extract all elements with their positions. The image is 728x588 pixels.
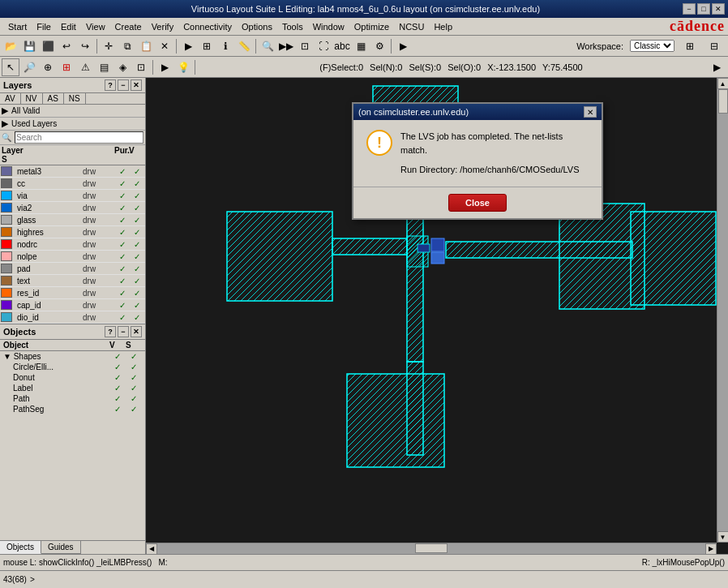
tb-paste-btn[interactable]: 📋 <box>137 37 155 55</box>
tb2-light-btn[interactable]: 💡 <box>174 58 192 76</box>
obj-row[interactable]: Path ✓ ✓ <box>0 393 145 404</box>
tb2-more-btn[interactable]: ▶ <box>156 58 173 76</box>
menu-file[interactable]: File <box>32 20 56 33</box>
cmd-input[interactable] <box>38 575 725 584</box>
tb2-snap-btn[interactable]: ⊕ <box>39 58 57 76</box>
tb2-ruler2-btn[interactable]: ⊡ <box>132 58 150 76</box>
close-button[interactable]: Close <box>448 194 507 212</box>
tb-fit-btn[interactable]: ⊡ <box>296 37 314 55</box>
layer-name: highres <box>15 228 83 237</box>
layer-row[interactable]: cc drw ✓ ✓ <box>0 178 145 190</box>
menu-create[interactable]: Create <box>110 20 147 33</box>
objects-close-btn[interactable]: ✕ <box>131 326 142 337</box>
tb-layer-btn[interactable]: ▦ <box>352 37 370 55</box>
obj-row[interactable]: PathSeg ✓ ✓ <box>0 404 145 414</box>
obj-row[interactable]: Donut ✓ ✓ <box>0 372 145 383</box>
tab-guides[interactable]: Guides <box>41 541 81 554</box>
menu-edit[interactable]: Edit <box>56 20 81 33</box>
modal-title-close-btn[interactable]: ✕ <box>584 106 597 118</box>
workspace-select[interactable]: Classic <box>630 40 674 52</box>
layer-row[interactable]: nodrc drw ✓ ✓ <box>0 238 145 251</box>
layer-row[interactable]: cap_id drw ✓ ✓ <box>0 299 145 311</box>
menu-view[interactable]: View <box>81 20 110 33</box>
tb-ruler-btn[interactable]: 📏 <box>235 37 253 55</box>
layer-row[interactable]: pad drw ✓ ✓ <box>0 263 145 275</box>
objects-min-btn[interactable]: − <box>118 326 129 337</box>
layer-row[interactable]: metal3 drw ✓ ✓ <box>0 165 145 178</box>
layer-name: dio_id <box>15 313 83 322</box>
tb2-grid-btn[interactable]: ⊞ <box>58 58 75 76</box>
tb-cell-btn[interactable]: ⊞ <box>198 37 216 55</box>
objects-help-btn[interactable]: ? <box>105 326 116 337</box>
tb2-layer-btn[interactable]: ▤ <box>95 58 113 76</box>
menu-window[interactable]: Window <box>308 20 349 33</box>
layers-help-btn[interactable]: ? <box>105 79 116 91</box>
tb-ws-btn1[interactable]: ⊞ <box>681 37 699 55</box>
menu-start[interactable]: Start <box>3 20 32 33</box>
tb2-warn-btn[interactable]: ⚠ <box>76 58 94 76</box>
layer-row[interactable]: glass drw ✓ ✓ <box>0 214 145 226</box>
tb-abc-btn[interactable]: abc <box>333 37 351 55</box>
layer-row[interactable]: via2 drw ✓ ✓ <box>0 202 145 214</box>
tb-btn3[interactable]: ⬛ <box>39 37 57 55</box>
layer-row[interactable]: text drw ✓ ✓ <box>0 275 145 287</box>
tb-more-btn[interactable]: ▶ <box>179 37 197 55</box>
layer-tab-as[interactable]: AS <box>43 93 64 104</box>
layer-row[interactable]: via drw ✓ ✓ <box>0 190 145 202</box>
layer-row[interactable]: res_id drw ✓ ✓ <box>0 287 145 299</box>
tb-undo-btn[interactable]: ↩ <box>58 37 75 55</box>
layer-row[interactable]: nolpe drw ✓ ✓ <box>0 251 145 263</box>
menu-verify[interactable]: Verify <box>147 20 179 33</box>
obj-row[interactable]: Label ✓ ✓ <box>0 383 145 393</box>
tb-props-btn[interactable]: ⚙ <box>370 37 388 55</box>
obj-item-name: ▼ Shapes <box>3 352 109 361</box>
tb-delete-btn[interactable]: ✕ <box>156 37 173 55</box>
search-input[interactable] <box>15 131 143 144</box>
tb2-snap2-btn[interactable]: ◈ <box>113 58 131 76</box>
tb-more2-btn[interactable]: ▶ <box>394 37 412 55</box>
cmd-bar: 43(68) > <box>0 570 728 588</box>
tb-ws-btn2[interactable]: ⊟ <box>705 37 723 55</box>
layer-row[interactable]: dio_id drw ✓ ✓ <box>0 311 145 324</box>
modal-dialog: (on csimcluster.ee.unlv.edu) ✕ ! The LVS… <box>352 102 603 220</box>
tb-expand-btn[interactable]: ▶▶ <box>277 37 295 55</box>
tb2-search-btn[interactable]: 🔎 <box>20 58 38 76</box>
maximize-button[interactable]: □ <box>697 3 710 15</box>
main-content: Layers ? − ✕ AV NV AS NS ▶ All Valid ▶ <box>0 78 728 554</box>
menu-ncsu[interactable]: NCSU <box>394 20 429 33</box>
tb-open-btn[interactable]: 📂 <box>2 37 19 55</box>
tb-info-btn[interactable]: ℹ <box>216 37 234 55</box>
tb-save-btn[interactable]: 💾 <box>20 37 38 55</box>
canvas-area[interactable]: (on csimcluster.ee.unlv.edu) ✕ ! The LVS… <box>146 78 728 554</box>
sel-o: Sel(O):0 <box>448 62 481 72</box>
tb2-select-btn[interactable]: ↖ <box>2 58 19 76</box>
menu-connectivity[interactable]: Connectivity <box>178 20 237 33</box>
tb2-more2-btn[interactable]: ▶ <box>709 58 726 76</box>
menu-help[interactable]: Help <box>429 20 457 33</box>
window-controls[interactable]: − □ ✕ <box>683 3 728 15</box>
layer-tab-ns[interactable]: NS <box>64 93 86 104</box>
layers-min-btn[interactable]: − <box>118 79 129 91</box>
menu-tools[interactable]: Tools <box>277 20 308 33</box>
menu-optimize[interactable]: Optimize <box>349 20 394 33</box>
layers-close-btn[interactable]: ✕ <box>131 79 142 91</box>
tb-copy-btn[interactable]: ⧉ <box>118 37 136 55</box>
tb-zoom-btn[interactable]: 🔍 <box>259 37 276 55</box>
close-window-button[interactable]: ✕ <box>712 3 725 15</box>
minimize-button[interactable]: − <box>683 3 696 15</box>
layer-tab-nv[interactable]: NV <box>21 93 43 104</box>
menu-options[interactable]: Options <box>237 20 277 33</box>
layer-color-box <box>1 288 12 298</box>
obj-row[interactable]: Circle/Elli... ✓ ✓ <box>0 362 145 372</box>
tb-redo-btn[interactable]: ↪ <box>76 37 94 55</box>
layer-tab-av[interactable]: AV <box>0 93 21 104</box>
obj-v-check: ✓ <box>109 384 126 393</box>
obj-row[interactable]: ▼ Shapes ✓ ✓ <box>0 351 145 362</box>
modal-message-line1: The LVS job has completed. The net-lists… <box>400 130 589 157</box>
tb-full-btn[interactable]: ⛶ <box>315 37 332 55</box>
layer-v-check: ✓ <box>115 191 130 200</box>
layer-color-box <box>1 191 12 200</box>
layer-row[interactable]: highres drw ✓ ✓ <box>0 226 145 238</box>
tab-objects[interactable]: Objects <box>0 541 41 554</box>
tb-move-btn[interactable]: ✛ <box>100 37 118 55</box>
